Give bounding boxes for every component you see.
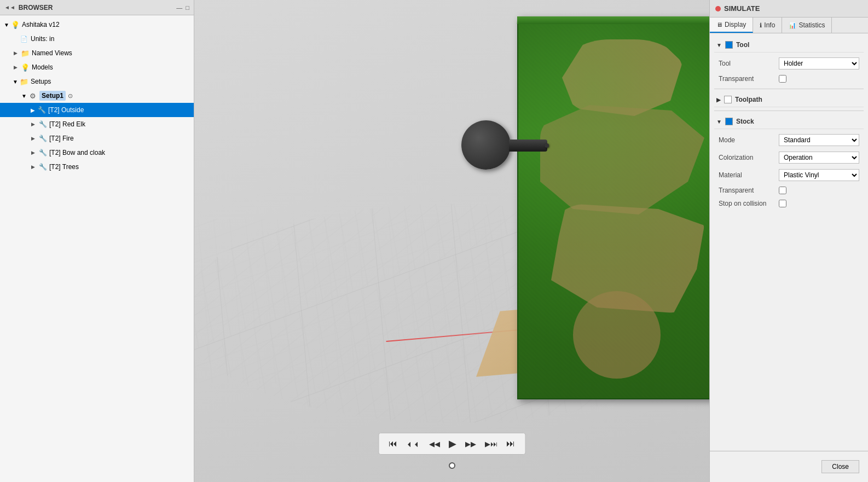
browser-expand-btn[interactable]: □	[186, 4, 189, 11]
close-button[interactable]: Close	[821, 460, 859, 473]
browser-collapse-icon[interactable]: ◄◄	[4, 4, 15, 10]
tree-item-t2-outside[interactable]: ▶ 🔧 [T2] Outside	[0, 103, 194, 117]
tree-item-models[interactable]: ▶ 💡 Models	[0, 60, 194, 74]
tool-transparent-row: Transparent	[714, 72, 864, 85]
tree-item-t2-trees[interactable]: ▶ 🔧 [T2] Trees	[0, 160, 194, 174]
models-label: Models	[32, 63, 53, 71]
stock-mode-label: Mode	[719, 136, 779, 144]
stock-colorization-select[interactable]: Operation Speed None	[779, 152, 859, 164]
statistics-tab-icon: 📊	[789, 22, 796, 29]
browser-header: ◄◄ BROWSER — □	[0, 0, 194, 15]
toolpath-section-label: Toolpath	[735, 96, 762, 103]
toolhead-body	[461, 120, 511, 170]
units-label: Units: in	[31, 35, 54, 43]
simulate-tabs: 🖥 Display ℹ Info 📊 Statistics	[710, 18, 868, 33]
step-back-button[interactable]: ◀◀	[427, 439, 442, 449]
stop-collision-checkbox[interactable]	[779, 200, 786, 207]
skip-back-button[interactable]: ⏮	[386, 438, 400, 450]
stock-section-checkbox[interactable]	[725, 118, 733, 125]
stock-mode-row: Mode Standard Compare Difference	[714, 131, 864, 149]
tab-display[interactable]: 🖥 Display	[710, 18, 753, 33]
tree-item-t2-fire[interactable]: ▶ 🔧 [T2] Fire	[0, 131, 194, 146]
tool-icon-outside: 🔧	[37, 106, 46, 114]
bulb-icon: 💡	[11, 20, 20, 29]
stock-panel-top	[517, 16, 709, 24]
simulate-content: ▼ Tool Tool Holder Shank Flute Transpare…	[710, 33, 868, 451]
setups-label: Setups	[31, 78, 51, 85]
t2-fire-label: [T2] Fire	[49, 135, 74, 142]
browser-tree: ▼ 💡 Ashitaka v12 📄 Units: in ▶ 📁 Named V…	[0, 15, 194, 482]
stock-material-select[interactable]: Plastic Vinyl Wood Aluminum Steel	[779, 169, 859, 181]
skip-fwd-button[interactable]: ⏭	[504, 438, 517, 450]
browser-title: BROWSER	[19, 4, 173, 11]
toolpath-section-checkbox[interactable]	[724, 96, 732, 103]
t2-red-elk-arrow: ▶	[28, 120, 37, 129]
tool-icon-bow-cloak: 🔧	[38, 148, 47, 157]
named-views-arrow: ▶	[11, 49, 20, 57]
stock-transparent-checkbox[interactable]	[779, 187, 786, 194]
stock-transparent-row: Transparent	[714, 184, 864, 197]
tab-statistics[interactable]: 📊 Statistics	[782, 18, 832, 33]
gear-icon-setup1: ⚙	[28, 91, 37, 100]
tool-section-header[interactable]: ▼ Tool	[714, 38, 864, 53]
tool-section-arrow: ▼	[716, 42, 722, 48]
toolpath-section-arrow: ▶	[716, 97, 721, 103]
t2-bow-cloak-label: [T2] Bow and cloak	[49, 149, 105, 156]
setups-arrow: ▼	[11, 77, 20, 86]
toolhead-shaft	[509, 140, 547, 152]
root-label: Ashitaka v12	[22, 21, 60, 28]
stock-panel	[517, 16, 709, 399]
tree-item-setup1[interactable]: ▼ ⚙ Setup1 ⊙	[0, 89, 194, 103]
toolpath-section-header[interactable]: ▶ Toolpath	[714, 92, 864, 107]
tool-properties: Tool Holder Shank Flute Transparent	[714, 55, 864, 85]
named-views-label: Named Views	[32, 49, 72, 57]
info-tab-icon: ℹ	[760, 22, 762, 29]
tree-item-setups[interactable]: ▼ 📁 Setups	[0, 74, 194, 89]
tree-item-units[interactable]: 📄 Units: in	[0, 32, 194, 46]
play-button[interactable]: ▶	[447, 437, 459, 451]
step-fwd-button[interactable]: ▶▶	[463, 439, 478, 449]
tree-item-t2-red-elk[interactable]: ▶ 🔧 [T2] Red Elk	[0, 117, 194, 131]
setup1-arrow: ▼	[20, 91, 28, 100]
t2-red-elk-label: [T2] Red Elk	[49, 120, 85, 128]
stock-mode-select[interactable]: Standard Compare Difference	[779, 134, 859, 146]
simulate-header: SIMULATE	[710, 0, 868, 18]
setup1-target-icon: ⊙	[68, 92, 73, 100]
viewport[interactable]: ⏮ ⏴⏴ ◀◀ ▶ ▶▶ ▶⏭ ⏭	[194, 0, 709, 482]
t2-outside-arrow: ▶	[28, 106, 37, 114]
tool-section-checkbox[interactable]	[725, 41, 733, 49]
tree-item-t2-bow-cloak[interactable]: ▶ 🔧 [T2] Bow and cloak	[0, 146, 194, 160]
stock-material-row: Material Plastic Vinyl Wood Aluminum Ste…	[714, 166, 864, 184]
divider-2	[714, 111, 864, 111]
tool-type-select[interactable]: Holder Shank Flute	[779, 57, 859, 69]
folder-icon-named-views: 📁	[21, 49, 30, 57]
slider-position	[449, 462, 455, 469]
tool-transparent-label: Transparent	[719, 75, 779, 83]
tree-item-named-views[interactable]: ▶ 📁 Named Views	[0, 46, 194, 60]
stop-collision-row: Stop on collision	[714, 197, 864, 210]
simulate-panel: SIMULATE 🖥 Display ℹ Info 📊 Statistics ▼	[709, 0, 868, 482]
models-arrow: ▶	[11, 63, 20, 72]
stock-properties: Mode Standard Compare Difference Coloriz…	[714, 131, 864, 210]
tree-item-root[interactable]: ▼ 💡 Ashitaka v12	[0, 18, 194, 32]
stock-section-arrow: ▼	[716, 119, 722, 125]
doc-icon: 📄	[20, 34, 28, 43]
t2-fire-arrow: ▶	[28, 134, 37, 143]
browser-minimize-btn[interactable]: —	[176, 4, 182, 11]
simulate-title: SIMULATE	[724, 4, 760, 13]
tool-transparent-checkbox[interactable]	[779, 75, 786, 83]
t2-trees-arrow: ▶	[28, 162, 37, 171]
playback-controls: ⏮ ⏴⏴ ◀◀ ▶ ▶▶ ▶⏭ ⏭	[378, 433, 525, 455]
statistics-tab-label: Statistics	[798, 21, 825, 29]
stock-section-header[interactable]: ▼ Stock	[714, 114, 864, 129]
stock-colorization-label: Colorization	[719, 154, 779, 161]
next-op-button[interactable]: ▶⏭	[483, 439, 500, 449]
playback-slider[interactable]	[449, 462, 455, 469]
stock-section-label: Stock	[736, 118, 754, 125]
stop-collision-label: Stop on collision	[719, 200, 779, 207]
bulb-icon-models: 💡	[21, 63, 30, 72]
t2-trees-label: [T2] Trees	[49, 163, 79, 171]
divider-1	[714, 89, 864, 89]
prev-op-button[interactable]: ⏴⏴	[404, 439, 423, 449]
tab-info[interactable]: ℹ Info	[753, 18, 782, 33]
